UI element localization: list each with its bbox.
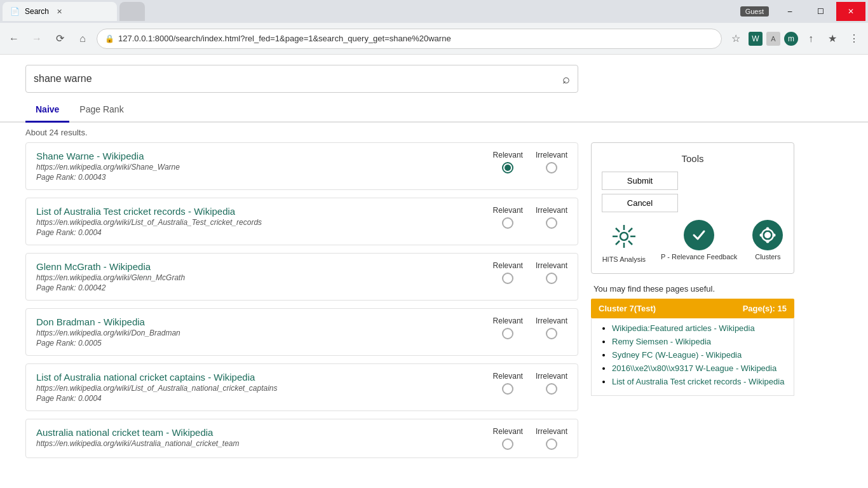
menu-button[interactable]: ⋮ — [845, 30, 863, 48]
cluster-link[interactable]: Wikipedia:Featured articles - Wikipedia — [612, 323, 755, 333]
url-text: 127.0.0.1:8000/search/index.html?rel_fed… — [118, 34, 714, 43]
search-area: shane warne ⌕ — [0, 55, 868, 93]
clusters-tool[interactable]: Clusters — [752, 220, 783, 263]
irrelevant-radio[interactable] — [546, 273, 557, 284]
result-link[interactable]: Shane Warne - Wikipedia — [36, 151, 144, 161]
result-item: Glenn McGrath - Wikipedia https://en.wik… — [25, 253, 578, 301]
home-button[interactable]: ⌂ — [74, 30, 92, 48]
title-bar: 📄 Search ✕ Guest – ☐ ✕ — [0, 0, 868, 23]
main-layout: Shane Warne - Wikipedia https://en.wikip… — [0, 142, 868, 466]
forward-button[interactable]: → — [28, 30, 46, 48]
tab-icon: 📄 — [10, 7, 20, 16]
reload-button[interactable]: ⟳ — [51, 30, 69, 48]
search-tabs: Naive Page Rank — [0, 98, 868, 123]
result-url: https://en.wikipedia.org/wiki/List_of_Au… — [36, 218, 262, 227]
tab-close-button[interactable]: ✕ — [54, 6, 64, 17]
hits-analysis-tool[interactable]: HITS Analysis — [602, 220, 646, 263]
result-link[interactable]: Glenn McGrath - Wikipedia — [36, 261, 151, 272]
extension-icon-3[interactable]: m — [784, 32, 798, 46]
relevant-radio[interactable] — [502, 328, 513, 339]
result-title: Shane Warne - Wikipedia — [36, 151, 180, 161]
result-content: Don Bradman - Wikipedia https://en.wikip… — [36, 316, 180, 348]
cluster-link[interactable]: List of Australia Test cricket records -… — [612, 377, 784, 386]
cluster-link[interactable]: 2016\\xe2\\x80\\x9317 W-League - Wikiped… — [612, 363, 776, 373]
extension-icon-1[interactable]: W — [749, 32, 763, 46]
result-pagerank: Page Rank: 0.00043 — [36, 173, 180, 182]
list-item: 2016\\xe2\\x80\\x9317 W-League - Wikiped… — [612, 363, 786, 373]
result-link[interactable]: Don Bradman - Wikipedia — [36, 316, 145, 327]
result-content: Shane Warne - Wikipedia https://en.wikip… — [36, 151, 180, 182]
result-item: Don Bradman - Wikipedia https://en.wikip… — [25, 308, 578, 356]
result-item: Shane Warne - Wikipedia https://en.wikip… — [25, 142, 578, 190]
result-pagerank: Page Rank: 0.00042 — [36, 283, 185, 292]
irrelevant-label: Irrelevant — [536, 427, 567, 436]
tools-buttons: Submit Cancel — [602, 172, 783, 212]
relevant-group: Relevant — [493, 427, 523, 450]
relevant-radio[interactable] — [502, 217, 513, 229]
svg-line-7 — [628, 228, 632, 232]
svg-point-12 — [766, 240, 770, 243]
tab-naive[interactable]: Naive — [25, 98, 69, 123]
bookmark-icon[interactable]: ☆ — [727, 30, 745, 48]
submit-button[interactable]: Submit — [602, 172, 678, 190]
relevant-radio[interactable] — [502, 383, 513, 395]
result-feedback: Relevant Irrelevant — [493, 316, 567, 339]
nav-bar: ← → ⟳ ⌂ 🔒 127.0.0.1:8000/search/index.ht… — [0, 23, 868, 55]
relevant-group: Relevant — [493, 151, 523, 173]
relevant-radio[interactable] — [502, 273, 513, 284]
relevant-group: Relevant — [493, 206, 523, 229]
back-button[interactable]: ← — [5, 30, 23, 48]
clusters-icon — [752, 220, 783, 250]
cluster-link[interactable]: Sydney FC (W-League) - Wikipedia — [612, 350, 742, 360]
relevance-icon — [684, 220, 714, 250]
relevant-radio[interactable] — [502, 162, 513, 173]
nav-icons: ☆ W A m ↑ ★ ⋮ — [727, 30, 863, 48]
svg-point-9 — [764, 232, 771, 238]
hits-svg — [609, 221, 639, 252]
result-link[interactable]: List of Australia Test cricket records -… — [36, 206, 235, 217]
inactive-tab[interactable] — [119, 2, 145, 21]
relevant-radio[interactable] — [502, 438, 513, 450]
svg-point-14 — [773, 234, 776, 237]
hits-icon — [607, 220, 641, 253]
result-content: List of Australia national cricket capta… — [36, 372, 278, 403]
relevance-feedback-tool[interactable]: P - Relevance Feedback — [661, 220, 737, 263]
extension-icon-2[interactable]: A — [766, 32, 780, 46]
result-feedback: Relevant Irrelevant — [493, 427, 567, 450]
result-url: https://en.wikipedia.org/wiki/Don_Bradma… — [36, 329, 180, 337]
guest-badge: Guest — [740, 6, 769, 17]
irrelevant-radio[interactable] — [546, 328, 557, 339]
svg-line-6 — [628, 241, 632, 245]
result-link[interactable]: List of Australia national cricket capta… — [36, 372, 255, 383]
extension-icon-4[interactable]: ↑ — [802, 30, 820, 48]
extension-icon-5[interactable]: ★ — [824, 30, 841, 48]
irrelevant-radio[interactable] — [546, 162, 557, 173]
useful-heading: You may find these pages useful. — [591, 284, 794, 294]
tools-title: Tools — [602, 153, 783, 164]
minimize-button[interactable]: – — [775, 2, 804, 21]
close-button[interactable]: ✕ — [836, 2, 865, 21]
irrelevant-group: Irrelevant — [536, 206, 567, 229]
tools-panel: Tools Submit Cancel — [591, 142, 794, 274]
irrelevant-label: Irrelevant — [536, 206, 567, 215]
search-input[interactable]: shane warne — [34, 73, 562, 85]
result-title: Don Bradman - Wikipedia — [36, 316, 180, 327]
search-button[interactable]: ⌕ — [562, 72, 570, 86]
result-url: https://en.wikipedia.org/wiki/List_of_Au… — [36, 384, 278, 393]
irrelevant-radio[interactable] — [546, 383, 557, 395]
irrelevant-radio[interactable] — [546, 217, 557, 229]
irrelevant-radio[interactable] — [546, 438, 557, 450]
result-title: List of Australia Test cricket records -… — [36, 206, 262, 217]
maximize-button[interactable]: ☐ — [806, 2, 835, 21]
svg-point-13 — [760, 234, 763, 237]
relevance-label: P - Relevance Feedback — [661, 253, 737, 261]
tab-pagerank[interactable]: Page Rank — [69, 98, 133, 123]
result-link[interactable]: Australia national cricket team - Wikipe… — [36, 427, 213, 438]
lock-icon: 🔒 — [105, 34, 114, 43]
address-bar[interactable]: 🔒 127.0.0.1:8000/search/index.html?rel_f… — [97, 29, 722, 49]
cancel-button[interactable]: Cancel — [602, 194, 678, 212]
cluster-link[interactable]: Remy Siemsen - Wikipedia — [612, 337, 711, 346]
active-tab[interactable]: 📄 Search ✕ — [3, 2, 117, 21]
result-title: List of Australia national cricket capta… — [36, 372, 278, 383]
relevant-label: Relevant — [493, 151, 523, 159]
